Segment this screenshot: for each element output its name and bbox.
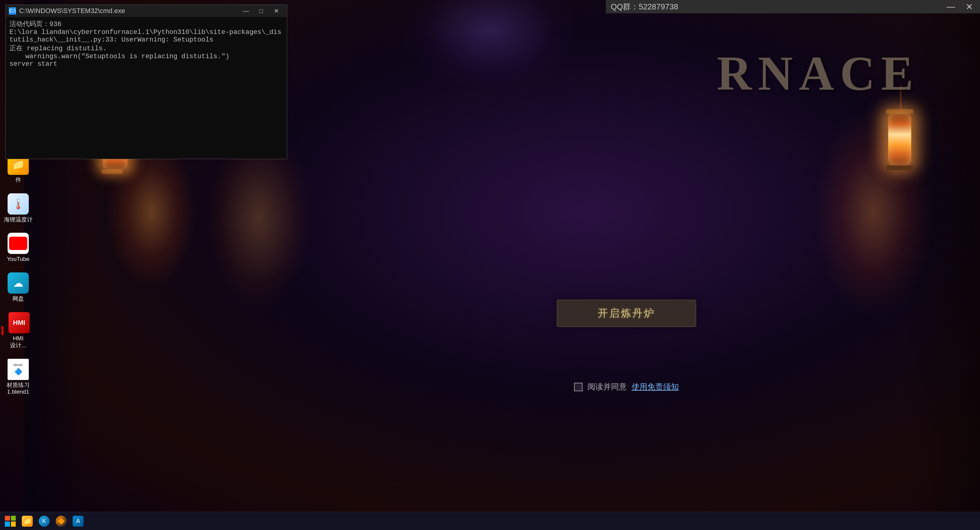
taskbar-blender[interactable]: 🔶 [53,513,69,529]
desktop-icon-wangpan-label: 网盘 [13,296,24,302]
game-start-button-label: 开启炼丹炉 [598,306,655,320]
desktop-icon-wangpan[interactable]: ☁ 网盘 [2,271,35,304]
taskbar-azure[interactable]: A [70,513,86,529]
desktop-icon-blend[interactable]: blend1 🔷 材质练习1.blend1 [2,357,35,398]
cmd-window: C:\ C:\WINDOWS\SYSTEM32\cmd.exe — □ ✕ 活动… [5,5,287,159]
qq-bar: QQ群：522879738 — ✕ [606,0,980,13]
cmd-title-text: C:\WINDOWS\SYSTEM32\cmd.exe [19,7,125,15]
cmd-minimize-button[interactable]: — [239,5,253,17]
folder-icon: 📁 [22,516,33,527]
qq-close-button[interactable]: ✕ [963,1,975,13]
taskbar-file-explorer[interactable]: 📁 [19,513,35,529]
qq-minimize-button[interactable]: — [945,1,957,13]
cmd-titlebar-left: C:\ C:\WINDOWS\SYSTEM32\cmd.exe [9,7,125,15]
terms-row: 阅读并同意 使用免责须知 [574,382,679,392]
cmd-app-icon: C:\ [9,7,16,14]
desktop-icon-hailiywendu-label: 海狸温度计 [4,216,33,223]
qq-bar-title: QQ群：522879738 [611,2,678,12]
desktop-icon-blend-label: 材质练习1.blend1 [7,382,30,396]
taskbar-start-button[interactable] [2,513,18,529]
cmd-content[interactable]: 活动代码页：936 E:\lora liandan\cybertronfurna… [6,17,287,159]
blender-icon: 🔶 [56,516,67,527]
azure-icon: A [73,516,84,527]
hmi-red-badge [2,326,3,335]
desktop-icon-youtube-label: YouTube [7,256,30,263]
cmd-close-button[interactable]: ✕ [269,5,284,17]
terms-text: 阅读并同意 [587,382,627,392]
game-start-button[interactable]: 开启炼丹炉 [557,300,696,327]
game-title: RNACE [717,45,920,102]
desktop-icon-hmi[interactable]: HMI HMI设计... [2,310,35,351]
taskbar-kde-connect[interactable]: K [37,513,52,529]
cmd-titlebar: C:\ C:\WINDOWS\SYSTEM32\cmd.exe — □ ✕ [6,5,287,17]
desktop-icon-hmi-label: HMI设计... [10,335,26,349]
desktop-icon-hailiywendu[interactable]: 🌡️ 海狸温度计 [2,191,35,225]
windows-logo-icon [5,516,16,527]
desktop-icon-file-mgr-label: 件 [16,177,21,184]
terms-link[interactable]: 使用免责须知 [632,382,679,392]
taskbar: 📁 K 🔶 A [0,512,980,530]
qq-bar-controls: — ✕ [945,1,975,13]
terms-checkbox[interactable] [574,383,582,391]
desktop-icon-youtube[interactable]: YouTube [2,231,35,264]
cmd-maximize-button[interactable]: □ [253,5,269,17]
cmd-titlebar-controls: — □ ✕ [239,5,284,17]
kde-icon: K [39,516,50,527]
